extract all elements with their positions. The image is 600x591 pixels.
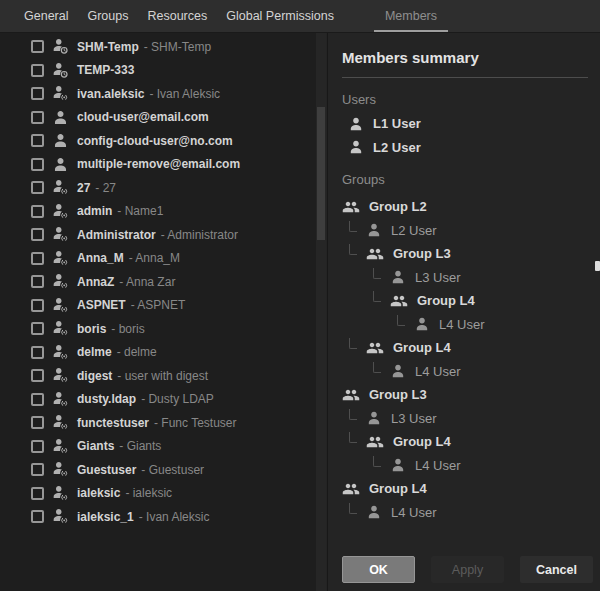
member-list-item[interactable]: digest- user with digest [0, 364, 316, 388]
tab-members[interactable]: Members [385, 0, 437, 32]
member-list-item[interactable]: Administrator- Administrator [0, 223, 316, 247]
member-description: - Anna Zar [119, 275, 175, 289]
summary-user-item[interactable]: L4 User [342, 360, 600, 384]
member-checkbox[interactable] [31, 228, 44, 241]
user-icon [52, 109, 69, 126]
members-summary-panel: Members summary Users L1 UserL2 User Gro… [327, 33, 600, 591]
member-checkbox[interactable] [31, 369, 44, 382]
summary-user-item[interactable]: L4 User [342, 313, 600, 337]
member-checkbox[interactable] [31, 134, 44, 147]
members-list-panel: SHM-Temp- SHM-TempTEMP-333ivan.aleksic- … [0, 33, 316, 591]
summary-group-item[interactable]: Group L4 [342, 477, 600, 501]
member-description: - Name1 [117, 204, 163, 218]
member-list-item[interactable]: ASPNET- ASPNET [0, 294, 316, 318]
summary-user-item[interactable]: L2 User [342, 219, 600, 243]
member-checkbox[interactable] [31, 64, 44, 77]
users-section-label: Users [342, 91, 600, 109]
member-name: multiple-remove@email.com [77, 157, 240, 171]
summary-group-label: Group L4 [393, 434, 451, 449]
user-sync-icon [52, 414, 69, 431]
tab-groups[interactable]: Groups [87, 0, 128, 32]
member-list-item[interactable]: ialeksic_1- Ivan Aleksic [0, 505, 316, 529]
user-icon [390, 457, 406, 473]
member-name: 27 [77, 181, 90, 195]
tab-resources[interactable]: Resources [147, 0, 207, 32]
member-checkbox[interactable] [31, 158, 44, 171]
text-cursor-artifact [595, 261, 600, 271]
member-checkbox[interactable] [31, 416, 44, 429]
tree-connector-icon [373, 456, 381, 467]
tree-connector-icon [349, 409, 357, 420]
user-sync-icon [52, 485, 69, 502]
member-name: AnnaZ [77, 275, 114, 289]
member-checkbox[interactable] [31, 510, 44, 523]
member-checkbox[interactable] [31, 40, 44, 53]
user-sync-icon [52, 320, 69, 337]
summary-group-item[interactable]: Group L4 [342, 336, 600, 360]
user-icon [390, 269, 406, 285]
summary-user-item[interactable]: L4 User [342, 501, 600, 525]
member-name: functestuser [77, 416, 149, 430]
member-name: digest [77, 369, 112, 383]
member-list-item[interactable]: config-cloud-user@no.com [0, 129, 316, 153]
tab-general[interactable]: General [24, 0, 68, 32]
member-checkbox[interactable] [31, 487, 44, 500]
member-checkbox[interactable] [31, 440, 44, 453]
member-checkbox[interactable] [31, 463, 44, 476]
summary-title: Members summary [342, 48, 600, 68]
member-description: - Ivan Aleksic [139, 510, 210, 524]
summary-user-item[interactable]: L3 User [342, 407, 600, 431]
member-list-item[interactable]: ivan.aleksic- Ivan Aleksic [0, 82, 316, 106]
member-list-item[interactable]: SHM-Temp- SHM-Temp [0, 35, 316, 59]
member-list-item[interactable]: cloud-user@email.com [0, 106, 316, 130]
summary-user-item[interactable]: L1 User [342, 112, 600, 136]
user-icon [348, 116, 364, 132]
ok-button[interactable]: OK [342, 556, 415, 583]
member-checkbox[interactable] [31, 252, 44, 265]
member-list-item[interactable]: 27- 27 [0, 176, 316, 200]
tree-connector-icon [373, 268, 381, 279]
summary-group-item[interactable]: Group L2 [342, 195, 600, 219]
member-checkbox[interactable] [31, 393, 44, 406]
member-list-item[interactable]: AnnaZ- Anna Zar [0, 270, 316, 294]
member-checkbox[interactable] [31, 299, 44, 312]
member-checkbox[interactable] [31, 181, 44, 194]
user-icon [52, 132, 69, 149]
member-list-item[interactable]: dusty.ldap- Dusty LDAP [0, 388, 316, 412]
member-checkbox[interactable] [31, 111, 44, 124]
member-list-item[interactable]: Guestuser- Guestuser [0, 458, 316, 482]
summary-group-label: Group L3 [393, 246, 451, 261]
summary-user-item[interactable]: L2 User [342, 136, 600, 160]
summary-users-list: L1 UserL2 User [342, 112, 600, 159]
member-list-item[interactable]: admin- Name1 [0, 200, 316, 224]
summary-group-item[interactable]: Group L4 [342, 430, 600, 454]
summary-user-item[interactable]: L3 User [342, 266, 600, 290]
member-checkbox[interactable] [31, 275, 44, 288]
user-sync-icon [52, 391, 69, 408]
member-list-item[interactable]: TEMP-333 [0, 59, 316, 83]
member-checkbox[interactable] [31, 322, 44, 335]
tree-connector-icon [349, 432, 357, 443]
member-description: - delme [117, 345, 157, 359]
members-list-scrollbar[interactable] [316, 33, 326, 591]
apply-button[interactable]: Apply [431, 556, 504, 583]
summary-group-item[interactable]: Group L3 [342, 242, 600, 266]
scrollbar-thumb[interactable] [317, 107, 325, 240]
member-list-item[interactable]: functestuser- Func Testuser [0, 411, 316, 435]
member-checkbox[interactable] [31, 205, 44, 218]
member-list-item[interactable]: Giants- Giants [0, 435, 316, 459]
cancel-button[interactable]: Cancel [520, 556, 593, 583]
summary-user-item[interactable]: L4 User [342, 454, 600, 478]
summary-group-item[interactable]: Group L3 [342, 383, 600, 407]
summary-group-item[interactable]: Group L4 [342, 289, 600, 313]
member-list-item[interactable]: ialeksic- ialeksic [0, 482, 316, 506]
tab-global-permissions[interactable]: Global Permissions [226, 0, 334, 32]
user-icon [390, 363, 406, 379]
summary-user-label: L4 User [415, 364, 461, 379]
member-list-item[interactable]: boris- boris [0, 317, 316, 341]
member-list-item[interactable]: delme- delme [0, 341, 316, 365]
member-checkbox[interactable] [31, 346, 44, 359]
member-list-item[interactable]: multiple-remove@email.com [0, 153, 316, 177]
member-checkbox[interactable] [31, 87, 44, 100]
member-list-item[interactable]: Anna_M- Anna_M [0, 247, 316, 271]
